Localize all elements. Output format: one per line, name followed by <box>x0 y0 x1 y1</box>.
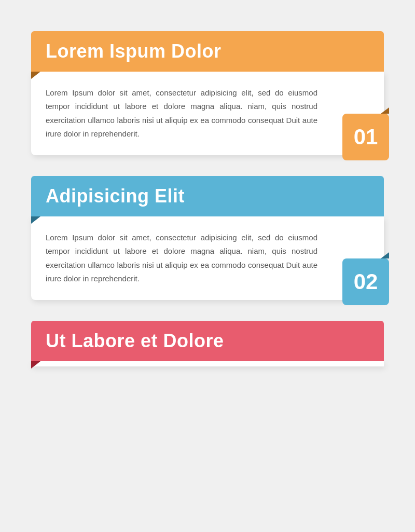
card-1-badge: 01 <box>342 114 389 160</box>
card-1-content: Lorem Ipsum dolor sit amet, consectetur … <box>31 72 384 155</box>
card-3-banner: Ut Labore et Dolore <box>31 321 384 361</box>
card-1-title: Lorem Ispum Dolor <box>46 40 369 62</box>
card-2: Adipisicing Elit Lorem Ipsum dolor sit a… <box>31 176 384 300</box>
card-3-title: Ut Labore et Dolore <box>46 330 369 352</box>
card-2-badge: 02 <box>342 258 389 305</box>
card-1-banner: Lorem Ispum Dolor <box>31 31 384 72</box>
card-2-body: Lorem Ipsum dolor sit amet, consectetur … <box>46 231 369 285</box>
card-2-content: Lorem Ipsum dolor sit amet, consectetur … <box>31 216 384 300</box>
card-3: Ut Labore et Dolore <box>31 321 384 366</box>
card-2-banner: Adipisicing Elit <box>31 176 384 216</box>
card-1: Lorem Ispum Dolor Lorem Ipsum dolor sit … <box>31 31 384 155</box>
card-1-body: Lorem Ipsum dolor sit amet, consectetur … <box>46 86 369 141</box>
card-2-title: Adipisicing Elit <box>46 185 369 207</box>
card-3-content-partial <box>31 361 384 366</box>
